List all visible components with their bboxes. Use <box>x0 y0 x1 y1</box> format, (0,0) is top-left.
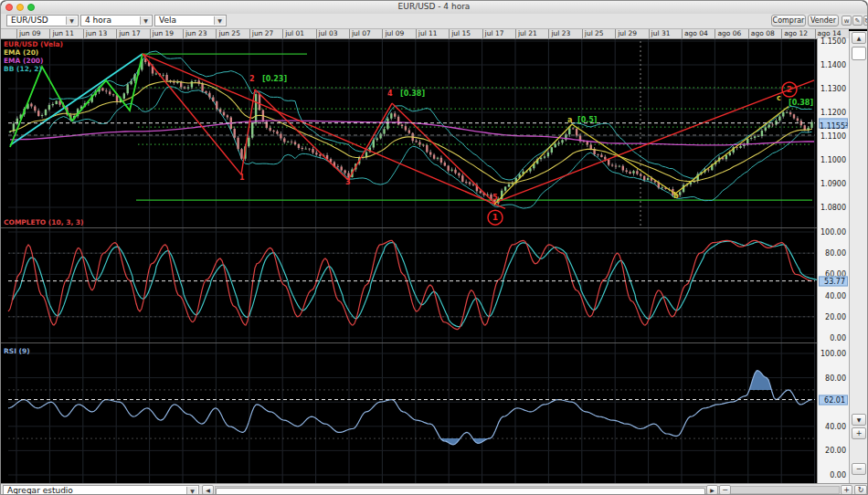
date-label: jul 15 <box>449 28 471 38</box>
date-label: jul 23 <box>548 28 570 38</box>
wave-annotation: 5 <box>492 194 498 202</box>
rsi-label: RSI (9) <box>4 347 30 355</box>
interval-select[interactable]: 4 hora ▼ <box>80 15 153 26</box>
wave-icon: w <box>844 17 850 25</box>
chevron-down-icon: ▼ <box>186 487 197 495</box>
axis-tick: 0.00 <box>830 471 846 479</box>
wave-annotation: [0.5] <box>577 116 597 124</box>
date-label: jul 31 <box>649 28 671 38</box>
axis-tick: 1.0800 <box>820 204 846 212</box>
wave-annotation: 1 <box>239 174 245 182</box>
axis-tick: 20.00 <box>825 312 846 321</box>
date-label: jun 27 <box>249 28 274 38</box>
stoch-label: COMPLETO (10, 3, 3) <box>4 218 84 226</box>
legend-item: EUR/USD (Vela) <box>4 40 63 48</box>
hzoom-out-button[interactable]: − <box>719 485 731 495</box>
axis-tick: 1.0900 <box>820 180 846 188</box>
wave-annotation: [0.38] <box>400 90 425 98</box>
date-label: jul 01 <box>282 28 304 38</box>
axis-tick: 0.00 <box>830 334 846 342</box>
minus-icon: − <box>856 465 863 473</box>
app-window: EUR/USD - 4 hora EUR/USD ▼ 4 hora ▼ Vela… <box>0 0 868 495</box>
wave-circle-number: 2 <box>787 85 792 94</box>
date-label: jun 25 <box>216 28 240 38</box>
axis-tick: 40.00 <box>825 291 846 300</box>
axis-tick: 1.1400 <box>820 61 846 69</box>
sell-button[interactable]: Vender <box>808 15 839 26</box>
date-label: jun 11 <box>49 28 74 38</box>
arrow-right-icon: ▶ <box>710 487 715 493</box>
arrow-left-icon: ◀ <box>206 487 210 493</box>
date-label: ago 06 <box>715 28 741 38</box>
date-label: jul 29 <box>615 28 637 38</box>
axis-tick: 20.00 <box>825 447 846 455</box>
chart-type-select-value: Vela <box>159 16 176 25</box>
date-label: jun 17 <box>116 28 141 38</box>
wave-tool-button[interactable]: w <box>842 16 852 26</box>
wave-annotation: c <box>777 94 781 102</box>
date-label: jun 13 <box>83 28 108 38</box>
vertical-scrollbar[interactable]: ▲ ▼ + − <box>849 31 868 483</box>
scroll-left-button[interactable]: ◀ <box>202 485 214 495</box>
plus-icon: + <box>843 486 850 494</box>
hzoom-in-button[interactable]: + <box>841 485 852 495</box>
axis-tick: 80.00 <box>825 249 846 258</box>
wave-annotation: 4 <box>387 90 393 98</box>
date-label: jul 07 <box>349 28 371 38</box>
date-label: ago 12 <box>781 28 808 38</box>
date-label: jun 09 <box>16 28 41 38</box>
chart-background <box>1 38 817 483</box>
buy-button[interactable]: Comprar <box>771 15 806 26</box>
axis-tick: 100.00 <box>820 228 846 237</box>
refresh-icon: ↻ <box>864 17 868 25</box>
value-axis: 1.15001.14001.13001.12001.11001.10001.09… <box>817 38 849 483</box>
axis-tick: 1.1200 <box>820 109 846 117</box>
horizontal-scroll-thumb[interactable] <box>216 488 705 495</box>
current-value-badge: 1.11552 <box>819 118 848 128</box>
date-label: jul 03 <box>316 28 338 38</box>
add-study-select[interactable]: Agregar estudio ▼ <box>3 485 199 495</box>
chevron-down-icon: ▼ <box>140 16 151 25</box>
legend-item: BB (12, 2) <box>4 65 63 73</box>
chart-type-select[interactable]: Vela ▼ <box>154 15 227 26</box>
scroll-up-button[interactable]: ▲ <box>852 32 866 44</box>
draw-button[interactable]: ✎ <box>852 16 863 26</box>
reset-view-button[interactable]: ↻ <box>854 485 867 495</box>
bottom-bar: Agregar estudio ▼ ◀ ▶ − + ↻ <box>1 483 867 495</box>
price-legend: EUR/USD (Vela)EMA (20)EMA (200)BB (12, 2… <box>4 40 63 73</box>
zoom-out-button[interactable]: − <box>852 463 866 475</box>
horizontal-scroll-track[interactable] <box>215 486 840 494</box>
arrow-down-icon: ▼ <box>857 416 862 423</box>
chevron-down-icon: ▼ <box>214 16 225 25</box>
toolbar: EUR/USD ▼ 4 hora ▼ Vela ▼ Comprar Vender… <box>1 14 867 29</box>
date-label: jun 23 <box>183 28 207 38</box>
symbol-select[interactable]: EUR/USD ▼ <box>6 15 79 26</box>
current-value-badge: 62.01 <box>819 395 848 405</box>
refresh-icon: ↻ <box>858 486 864 494</box>
axis-tick: 1.1100 <box>820 132 846 141</box>
date-label: jul 11 <box>416 28 438 38</box>
scroll-right-button[interactable]: ▶ <box>706 485 718 495</box>
legend-item: EMA (20) <box>4 48 63 57</box>
axis-tick: 1.1500 <box>820 37 846 46</box>
date-label: ago 04 <box>682 28 708 38</box>
wave-annotation: [0.38] <box>789 99 813 107</box>
date-label: jun 19 <box>150 28 175 38</box>
scroll-down-button[interactable]: ▼ <box>852 414 866 426</box>
chevron-down-icon: ▼ <box>66 16 77 25</box>
axis-tick: 80.00 <box>825 374 846 382</box>
refresh-button[interactable]: ↻ <box>863 16 868 26</box>
titlebar: EUR/USD - 4 hora <box>1 1 867 15</box>
plus-icon: + <box>856 429 863 437</box>
date-label: ago 08 <box>748 28 775 38</box>
wave-annotation: [0.23] <box>262 75 287 83</box>
axis-tick: 1.1300 <box>820 85 846 93</box>
wave-annotation: b <box>673 192 679 200</box>
legend-item: EMA (200) <box>4 57 63 65</box>
date-label: jul 09 <box>382 28 404 38</box>
axis-tick: 100.00 <box>820 350 846 358</box>
minus-icon: − <box>722 486 728 494</box>
chart-canvas[interactable]: 12[0.23]34[0.38]5a[0.5]bc[0.38]12 <box>1 1 868 495</box>
vertical-scroll-thumb[interactable] <box>852 47 866 60</box>
zoom-in-button[interactable]: + <box>852 427 866 439</box>
